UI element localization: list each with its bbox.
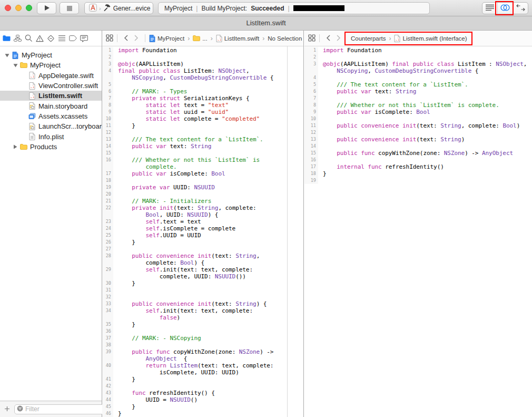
code-line: isComplete, UUID: UUID) [102,369,303,376]
breadcrumb[interactable]: MyProject›...›ListItem.swift›No Selectio… [149,35,302,42]
code-line: 12 [102,129,303,136]
line-number: 8 [102,102,113,109]
breadcrumb-item[interactable]: ListItem.swift (Interface) [402,35,467,42]
code-text: internal func refreshIdentity() [318,163,444,170]
project-navigator-icon[interactable] [3,34,11,43]
code-line: 9 static let uuid = "uuid" [102,109,303,115]
breadcrumb-item[interactable]: MyProject [157,35,184,42]
related-items-icon[interactable] [106,34,113,43]
tree-row[interactable]: ViewController.swift [0,81,102,91]
line-number: 5 [102,81,113,88]
run-button[interactable] [37,2,56,14]
tree-row[interactable]: ListItem.swift [0,91,102,101]
scheme-selector[interactable]: › Gener...evice [84,2,153,14]
test-navigator-icon[interactable] [47,34,55,43]
issue-navigator-icon[interactable] [36,34,44,43]
stop-button[interactable] [60,2,79,14]
status-build-message: Build MyProject: [201,5,247,12]
forward-button[interactable] [131,35,141,42]
line-number: 31 [102,287,113,294]
line-number: 15 [304,150,318,157]
disclosure-closed-icon[interactable] [12,144,19,149]
code-text: // MARK: - Types [113,88,187,95]
related-items-icon[interactable] [308,34,316,43]
line-number: 7 [102,95,113,102]
code-line: 22 private init(text: String, complete: [102,205,303,211]
debug-navigator-icon[interactable] [58,34,66,43]
breadcrumb-item[interactable]: No Selection [268,35,302,42]
code-line: 10 static let complete = "completed" [102,115,303,122]
status-separator: | [288,5,290,12]
line-number [102,211,113,218]
code-line: 11 public convenience init(text: String,… [304,122,532,129]
assistant-code-editor[interactable]: 1import Foundation23@objc(AAPLListItem) … [304,46,532,417]
add-button[interactable] [4,404,10,414]
line-number: 11 [304,122,318,129]
tree-row[interactable]: MyProject [0,60,102,70]
line-number: 2 [304,54,318,61]
tree-row[interactable]: Info.plist [0,131,102,141]
search-navigator-icon[interactable] [25,34,33,43]
code-text: /// Whether or not this `ListItem` is co… [318,102,499,109]
code-text: public func copyWithZone(zone: NSZone) -… [318,150,513,157]
breadcrumb-item[interactable]: Counterparts [351,35,386,42]
breadcrumb-item[interactable]: ... [202,35,208,42]
back-button[interactable] [121,35,131,42]
filter-input[interactable] [25,405,107,413]
report-navigator-icon[interactable] [80,34,88,43]
line-number: 1 [304,47,318,54]
assistant-editor-button[interactable] [497,3,513,14]
file-label: Products [30,143,57,151]
zoom-window-button[interactable] [26,5,32,11]
code-text: complete: Bool) { [113,259,204,266]
disclosure-open-icon[interactable] [3,53,11,57]
tree-row[interactable]: AppDelegate.swift [0,71,102,81]
back-button[interactable] [323,35,333,42]
line-number: 17 [304,163,318,170]
window-controls [5,5,32,11]
code-line: 32 [102,294,303,300]
version-editor-button[interactable] [513,3,528,14]
symbol-navigator-icon[interactable] [14,34,22,43]
code-line: AnyObject { [102,355,303,362]
file-project-icon [149,35,155,42]
tree-row[interactable]: Main.storyboard [0,101,102,111]
source-code-editor[interactable]: 1import Foundation23@objc(AAPLListItem)4… [102,46,303,417]
code-line: 14 public var text: String [102,143,303,150]
breadcrumb[interactable]: Counterparts›ListItem.swift (Interface) [349,35,467,42]
code-text: /// Whether or not this `ListItem` is [113,157,260,163]
window-title: ListItem.swift [246,19,285,27]
code-line: 8 /// Whether or not this `ListItem` is … [304,102,532,109]
disclosure-open-icon[interactable] [12,63,19,67]
tree-row[interactable]: MyProject [0,50,102,60]
code-line: 23 self.text = text [102,218,303,225]
tree-row[interactable]: Assets.xcassets [0,111,102,121]
code-text: private struct SerializationKeys { [113,95,249,102]
code-text: } [113,376,135,383]
code-text [113,294,118,300]
code-text: } [318,170,327,177]
standard-editor-button[interactable] [482,3,497,14]
breadcrumb-separator: › [262,35,264,42]
minimize-window-button[interactable] [15,5,22,11]
code-text: public var text: String [113,143,211,150]
code-text: } [113,410,122,417]
project-navigator-tree[interactable]: MyProjectMyProjectAppDelegate.swiftViewC… [0,47,102,401]
breakpoint-navigator-icon[interactable] [69,34,77,43]
tree-row[interactable]: Products [0,142,102,152]
forward-button[interactable] [333,35,343,42]
tree-row[interactable]: LaunchScr...toryboard [0,121,102,131]
code-line: complete: Bool) { [102,259,303,266]
code-line: 28 public convenience init(text: String, [102,253,303,259]
file-label: ViewController.swift [38,82,98,90]
breadcrumb-item[interactable]: ListItem.swift [224,35,259,42]
line-number: 16 [304,157,318,163]
code-line: 17 public var isComplete: Bool [102,170,303,177]
line-number: 9 [304,109,318,115]
close-window-button[interactable] [5,5,11,11]
line-number: 6 [102,88,113,95]
line-number: 4 [304,74,318,81]
editor-mode-segmented-control [482,2,528,14]
line-number: 10 [304,115,318,122]
run-icon [44,4,50,13]
